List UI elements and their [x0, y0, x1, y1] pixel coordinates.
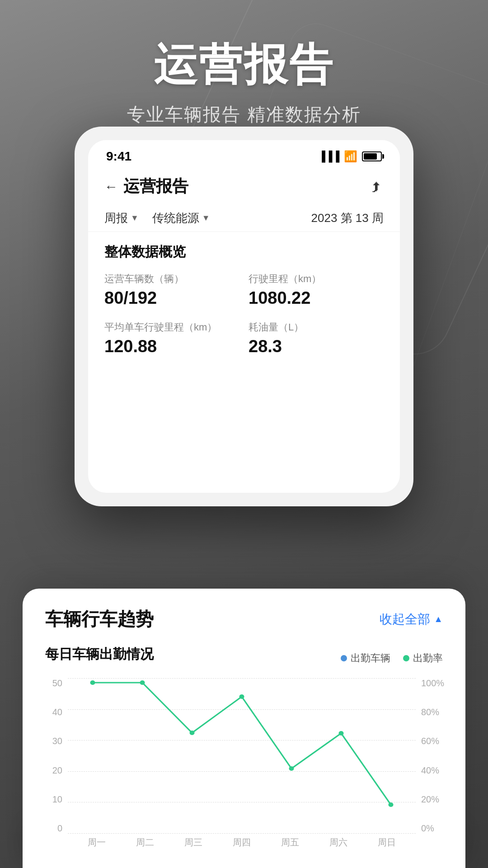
overview-section-title: 整体数据概览 — [104, 243, 384, 261]
data-value-0: 80/192 — [104, 288, 239, 308]
y-label-100pct: 100% — [421, 678, 444, 689]
collapse-button[interactable]: 收起全部 ▲ — [380, 611, 443, 628]
wifi-icon: 📶 — [344, 150, 357, 163]
data-value-3: 28.3 — [249, 337, 384, 356]
data-grid: 运营车辆数（辆） 80/192 行驶里程（km） 1080.22 平均单车行驶里… — [104, 270, 384, 358]
data-value-1: 1080.22 — [249, 288, 384, 308]
legend-dot-green — [403, 655, 409, 661]
legend-item-line: 出勤率 — [403, 651, 443, 665]
data-cell-3: 耗油量（L） 28.3 — [249, 319, 384, 358]
data-label-2: 平均单车行驶里程（km） — [104, 321, 239, 334]
header-section: 运营报告 专业车辆报告 精准数据分析 — [0, 0, 488, 127]
y-label-20pct: 20% — [421, 794, 439, 805]
bars-container — [68, 678, 416, 834]
chart-card-title: 车辆行车趋势 — [45, 607, 154, 632]
chart-section: 每日车辆出勤情况 出勤车辆 出勤率 50 40 30 20 10 0 — [45, 645, 443, 850]
energy-dropdown-arrow: ▼ — [202, 213, 210, 223]
y-label-20: 20 — [52, 765, 62, 776]
legend-label-line: 出勤率 — [413, 651, 443, 665]
nav-title: 运营报告 — [123, 175, 370, 198]
data-label-0: 运营车辆数（辆） — [104, 272, 239, 286]
phone-screen: 9:41 ▐▐▐ 📶 ← 运营报告 ⮭ 周报 ▼ — [88, 140, 400, 493]
chart-legend: 出勤车辆 出勤率 — [341, 651, 443, 665]
filter-bar: 周报 ▼ 传统能源 ▼ 2023 第 13 周 — [88, 205, 400, 232]
date-range: 2023 第 13 周 — [311, 210, 384, 226]
legend-item-bar: 出勤车辆 — [341, 651, 390, 665]
data-label-3: 耗油量（L） — [249, 321, 384, 334]
collapse-triangle-icon: ▲ — [434, 614, 443, 624]
data-cell-2: 平均单车行驶里程（km） 120.88 — [104, 319, 239, 358]
x-label-sun: 周日 — [363, 834, 411, 850]
y-label-80pct: 80% — [421, 707, 439, 717]
y-label-30: 30 — [52, 736, 62, 746]
y-label-40pct: 40% — [421, 765, 439, 776]
report-type-label: 周报 — [104, 210, 128, 226]
data-overview: 整体数据概览 运营车辆数（辆） 80/192 行驶里程（km） 1080.22 … — [88, 232, 400, 363]
energy-type-label: 传统能源 — [152, 210, 199, 226]
share-icon[interactable]: ⮭ — [370, 179, 384, 194]
status-time: 9:41 — [106, 149, 131, 164]
status-icons: ▐▐▐ 📶 — [318, 150, 382, 163]
y-label-10: 10 — [52, 794, 62, 805]
x-label-thu: 周四 — [217, 834, 266, 850]
phone-mockup: 9:41 ▐▐▐ 📶 ← 运营报告 ⮭ 周报 ▼ — [75, 127, 413, 506]
battery-icon — [362, 151, 382, 161]
status-bar: 9:41 ▐▐▐ 📶 — [88, 140, 400, 168]
x-label-tue: 周二 — [121, 834, 169, 850]
filter-dropdown-arrow: ▼ — [131, 213, 139, 223]
chart-card: 车辆行车趋势 收起全部 ▲ 每日车辆出勤情况 出勤车辆 出勤率 50 — [23, 589, 465, 868]
x-label-wed: 周三 — [169, 834, 217, 850]
phone-mockup-wrapper: 9:41 ▐▐▐ 📶 ← 运营报告 ⮭ 周报 ▼ — [75, 127, 413, 506]
y-label-0pct: 0% — [421, 823, 434, 834]
x-axis: 周一 周二 周三 周四 周五 周六 周日 — [68, 834, 416, 850]
x-label-mon: 周一 — [72, 834, 121, 850]
y-label-60pct: 60% — [421, 736, 439, 746]
energy-type-filter[interactable]: 传统能源 ▼ — [152, 210, 210, 226]
y-axis-right: 100% 80% 60% 40% 20% 0% — [416, 678, 443, 850]
x-label-sat: 周六 — [314, 834, 363, 850]
page-subtitle: 专业车辆报告 精准数据分析 — [0, 102, 488, 127]
chart-card-header: 车辆行车趋势 收起全部 ▲ — [45, 607, 443, 632]
back-arrow-icon[interactable]: ← — [104, 179, 118, 194]
collapse-label: 收起全部 — [380, 611, 430, 628]
y-axis-left: 50 40 30 20 10 0 — [45, 678, 68, 850]
legend-label-bar: 出勤车辆 — [351, 651, 390, 665]
data-value-2: 120.88 — [104, 337, 239, 356]
chart-inner: 周一 周二 周三 周四 周五 周六 周日 — [68, 678, 416, 850]
signal-icon: ▐▐▐ — [318, 151, 339, 162]
y-label-50: 50 — [52, 678, 62, 689]
nav-bar: ← 运营报告 ⮭ — [88, 168, 400, 205]
data-cell-1: 行驶里程（km） 1080.22 — [249, 270, 384, 310]
chart-subtitle: 每日车辆出勤情况 — [45, 645, 154, 664]
data-cell-0: 运营车辆数（辆） 80/192 — [104, 270, 239, 310]
y-label-40: 40 — [52, 707, 62, 717]
x-label-fri: 周五 — [266, 834, 314, 850]
legend-dot-blue — [341, 655, 347, 661]
y-label-0: 0 — [57, 823, 62, 834]
report-type-filter[interactable]: 周报 ▼ — [104, 210, 139, 226]
chart-area: 50 40 30 20 10 0 — [45, 678, 443, 850]
data-label-1: 行驶里程（km） — [249, 272, 384, 286]
page-title: 运营报告 — [0, 36, 488, 95]
